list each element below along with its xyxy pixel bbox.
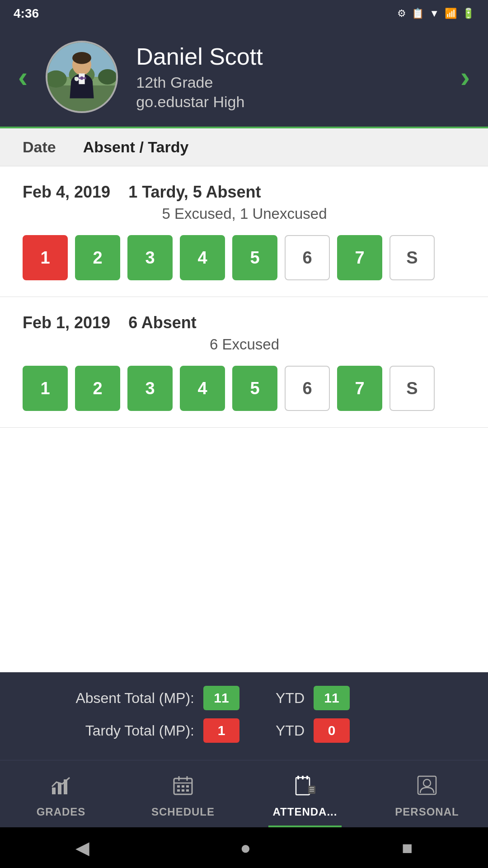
- record-summary-0: 1 Tardy, 5 Absent: [128, 183, 261, 202]
- absent-tardy-column-header: Absent / Tardy: [83, 138, 189, 156]
- date-column-header: Date: [23, 138, 56, 156]
- signal-icon: 📶: [445, 8, 457, 19]
- absent-total-row: Absent Total (MP): 11 YTD 11: [23, 686, 465, 710]
- student-school: go.edustar High: [136, 93, 442, 111]
- svg-point-34: [423, 779, 431, 787]
- period-tile-1-7[interactable]: S: [389, 366, 435, 411]
- period-tile-0-5[interactable]: 6: [285, 235, 330, 280]
- column-headers: Date Absent / Tardy: [0, 128, 488, 166]
- period-tile-1-3[interactable]: 4: [180, 366, 225, 411]
- schedule-icon: [172, 774, 194, 802]
- status-bar: 4:36 ⚙ 📋 ▼ 📶 🔋: [0, 0, 488, 27]
- student-info: Daniel Scott 12th Grade go.edustar High: [136, 43, 442, 111]
- attendance-icon: [294, 774, 316, 802]
- period-tile-1-5[interactable]: 6: [285, 366, 330, 411]
- absent-total-badge: 11: [203, 686, 239, 710]
- svg-rect-24: [186, 789, 189, 792]
- header: ‹: [0, 27, 488, 128]
- svg-rect-13: [58, 783, 61, 794]
- android-nav: ◀ ● ■: [0, 827, 488, 868]
- wifi-icon: ▼: [429, 8, 439, 19]
- grades-icon: [50, 774, 72, 802]
- battery-icon: 🔋: [462, 8, 474, 19]
- absent-total-label: Absent Total (MP):: [23, 690, 194, 707]
- tardy-total-row: Tardy Total (MP): 1 YTD 0: [23, 718, 465, 743]
- personal-icon: [416, 774, 438, 802]
- svg-rect-27: [302, 776, 304, 779]
- period-tiles-0: 1234567S: [23, 235, 465, 280]
- status-time: 4:36: [14, 6, 39, 21]
- student-name: Daniel Scott: [136, 43, 442, 70]
- next-student-button[interactable]: ›: [460, 62, 470, 91]
- svg-rect-25: [296, 778, 310, 795]
- attendance-label: ATTENDA...: [273, 806, 338, 818]
- period-tile-0-0[interactable]: 1: [23, 235, 68, 280]
- period-tile-1-1[interactable]: 2: [75, 366, 120, 411]
- svg-rect-19: [177, 785, 180, 788]
- svg-point-8: [80, 76, 84, 80]
- period-tiles-1: 1234567S: [23, 366, 465, 411]
- nav-personal[interactable]: PERSONAL: [366, 769, 488, 823]
- attendance-record-0: Feb 4, 20191 Tardy, 5 Absent5 Excused, 1…: [0, 166, 488, 297]
- record-detail-1: 6 Excused: [23, 336, 465, 353]
- svg-rect-22: [177, 789, 180, 792]
- nav-grades[interactable]: GRADES: [0, 769, 122, 823]
- nav-attendance[interactable]: ATTENDA...: [244, 769, 366, 823]
- svg-rect-28: [306, 776, 308, 779]
- status-icons: ⚙ 📋 ▼ 📶 🔋: [397, 8, 474, 19]
- tardy-ytd-label: YTD: [276, 722, 305, 739]
- attendance-record-1: Feb 1, 20196 Absent6 Excused1234567S: [0, 297, 488, 428]
- period-tile-1-6[interactable]: 7: [337, 366, 382, 411]
- content: Feb 4, 20191 Tardy, 5 Absent5 Excused, 1…: [0, 166, 488, 672]
- period-tile-1-4[interactable]: 5: [232, 366, 277, 411]
- bottom-nav: GRADES SCHEDULE: [0, 760, 488, 827]
- absent-ytd-label: YTD: [276, 690, 305, 707]
- home-button[interactable]: ●: [240, 838, 251, 858]
- svg-point-4: [98, 69, 116, 85]
- period-tile-0-4[interactable]: 5: [232, 235, 277, 280]
- period-tile-0-6[interactable]: 7: [337, 235, 382, 280]
- absent-ytd-badge: 11: [314, 686, 350, 710]
- record-date-0: Feb 4, 2019: [23, 183, 110, 202]
- schedule-label: SCHEDULE: [151, 806, 215, 818]
- svg-point-10: [75, 77, 77, 80]
- period-tile-0-3[interactable]: 4: [180, 235, 225, 280]
- record-summary-1: 6 Absent: [128, 313, 197, 332]
- settings-icon: ⚙: [397, 8, 406, 19]
- personal-label: PERSONAL: [395, 806, 459, 818]
- attendance-records: Feb 4, 20191 Tardy, 5 Absent5 Excused, 1…: [0, 166, 488, 428]
- record-detail-0: 5 Excused, 1 Unexcused: [23, 205, 465, 222]
- tardy-ytd-badge: 0: [314, 718, 350, 743]
- clipboard-icon: 📋: [412, 8, 424, 19]
- svg-point-11: [72, 52, 91, 64]
- period-tile-0-2[interactable]: 3: [127, 235, 173, 280]
- tardy-total-badge: 1: [203, 718, 239, 743]
- period-tile-0-1[interactable]: 2: [75, 235, 120, 280]
- avatar: [46, 41, 118, 113]
- bottom-summary: Absent Total (MP): 11 YTD 11 Tardy Total…: [0, 672, 488, 760]
- svg-rect-21: [186, 785, 189, 788]
- grades-label: GRADES: [37, 806, 86, 818]
- svg-rect-23: [182, 789, 184, 792]
- prev-student-button[interactable]: ‹: [18, 62, 28, 91]
- svg-rect-12: [52, 788, 56, 794]
- back-button[interactable]: ◀: [75, 837, 89, 858]
- record-date-1: Feb 1, 2019: [23, 313, 110, 332]
- student-grade: 12th Grade: [136, 74, 442, 91]
- avatar-image: [46, 41, 118, 113]
- period-tile-1-2[interactable]: 3: [127, 366, 173, 411]
- tardy-total-label: Tardy Total (MP):: [23, 722, 194, 739]
- period-tile-1-0[interactable]: 1: [23, 366, 68, 411]
- nav-schedule[interactable]: SCHEDULE: [122, 769, 244, 823]
- svg-rect-20: [182, 785, 184, 788]
- recent-button[interactable]: ■: [402, 838, 413, 858]
- period-tile-0-7[interactable]: S: [389, 235, 435, 280]
- svg-rect-26: [297, 776, 299, 779]
